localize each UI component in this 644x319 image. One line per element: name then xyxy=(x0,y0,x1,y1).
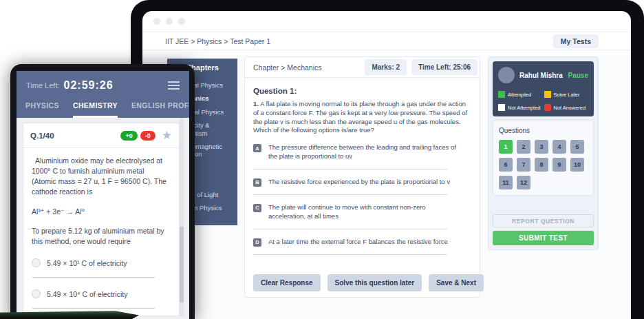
status-panel: Rahul Mishra Pause Attempted Solve Later… xyxy=(488,56,599,250)
question-actions: Clear Response Solve this question later… xyxy=(253,267,471,291)
question-number-6[interactable]: 6 xyxy=(499,158,513,172)
not-attempted-swatch-icon xyxy=(498,104,505,111)
time-left-value: 02:59:26 xyxy=(64,79,114,92)
marks-badge: Marks: 2 xyxy=(365,59,407,75)
phone-option-1[interactable]: 5.49 × 10¹ C of electricity xyxy=(32,258,171,267)
questions-panel: Questions 1 2 3 4 5 6 7 8 9 10 11 12 xyxy=(493,121,594,196)
tab-chemistry[interactable]: CHEMISTRY xyxy=(73,101,118,118)
question-number-prefix: 1. xyxy=(253,100,259,107)
cathode-reaction-formula: Al³⁺ + 3e⁻ → Al⁰ xyxy=(32,207,171,216)
radio-button-icon[interactable] xyxy=(32,258,41,267)
option-a-letter-badge: A xyxy=(253,144,261,152)
option-b-letter-badge: B xyxy=(253,178,261,187)
phone-question-card: Q.1/40 +0 -0 ★ Aluminium oxide may be el… xyxy=(23,123,180,316)
breadcrumb: IIT JEE > Physics > Test Paper 1 xyxy=(165,37,270,45)
submit-test-button[interactable]: SUBMIT TEST xyxy=(493,231,594,245)
clear-response-button[interactable]: Clear Response xyxy=(253,274,321,291)
question-number-12[interactable]: 12 xyxy=(517,176,530,189)
breadcrumb-bar: IIT JEE > Physics > Test Paper 1 My Test… xyxy=(142,32,631,50)
legend-not-answered: Not Answered xyxy=(544,104,589,111)
pause-button[interactable]: Pause xyxy=(568,72,588,79)
phone-header: Time Left: 02:59:26 PHYSICS CHEMISTRY EN… xyxy=(17,71,189,118)
phone-timer-row: Time Left: 02:59:26 xyxy=(17,79,189,92)
radio-button-icon[interactable] xyxy=(32,289,41,298)
scrollbar-track[interactable] xyxy=(180,118,184,316)
window-titlebar xyxy=(142,11,631,32)
question-number-2[interactable]: 2 xyxy=(517,140,530,154)
question-text: 1. A flat plate is moving normal to its … xyxy=(253,100,471,135)
tab-english-proficiency[interactable]: ENGLISH PROFICIENCY xyxy=(131,101,189,118)
phone-option-1-label: 5.49 × 10¹ C of electricity xyxy=(47,259,127,267)
screenshot-stage: IIT JEE > Physics > Test Paper 1 My Test… xyxy=(0,0,644,319)
legend-attempted: Attempted xyxy=(498,91,543,98)
question-number-5[interactable]: 5 xyxy=(570,140,584,154)
subject-tabs: PHYSICS CHEMISTRY ENGLISH PROFICIENCY xyxy=(17,92,189,118)
question-card-header: Chapter > Mechanics Marks: 2 Time Left: … xyxy=(245,57,480,78)
question-number-11[interactable]: 11 xyxy=(499,176,513,189)
option-a-text: The pressure difference between the lead… xyxy=(268,143,460,161)
question-number-4[interactable]: 4 xyxy=(552,140,566,154)
desktop-content: Chapters General Physics Mechanics Therm… xyxy=(142,50,631,319)
phone-option-2-label: 5.49 × 10⁴ C of electricity xyxy=(47,290,127,298)
my-tests-button[interactable]: My Tests xyxy=(553,34,599,48)
legend-not-attempted: Not Attempted xyxy=(498,104,543,111)
time-left-label: Time Left: xyxy=(26,81,60,90)
divider xyxy=(253,229,447,229)
time-left-badge: Time Left: 25:06 xyxy=(411,59,477,75)
desktop-window: IIT JEE > Physics > Test Paper 1 My Test… xyxy=(142,11,631,319)
phone-question-text: Aluminium oxide may be electrolysed at 1… xyxy=(32,156,171,197)
window-dot-icon xyxy=(166,18,173,25)
phone-option-2[interactable]: 5.49 × 10⁴ C of electricity xyxy=(32,289,171,298)
solve-later-button[interactable]: Solve this question later xyxy=(328,274,422,291)
save-next-button[interactable]: Save & Next xyxy=(429,274,484,291)
question-number-grid: 1 2 3 4 5 6 7 8 9 10 11 12 xyxy=(499,140,588,189)
divider xyxy=(32,308,155,309)
divider xyxy=(253,194,447,195)
user-card-top: Rahul Mishra Pause xyxy=(498,67,588,83)
option-c-text: The plate will continue to move with con… xyxy=(268,203,460,221)
avatar xyxy=(498,67,515,83)
option-b-text: The resistive force experienced by the p… xyxy=(268,178,450,187)
option-d[interactable]: D At a later time the external force F b… xyxy=(253,238,471,247)
question-card: Chapter > Mechanics Marks: 2 Time Left: … xyxy=(244,56,480,298)
questions-title: Questions xyxy=(499,127,588,134)
not-answered-swatch-icon xyxy=(544,104,551,111)
report-question-button[interactable]: REPORT QUESTION xyxy=(493,214,594,227)
positive-marks-pill: +0 xyxy=(120,131,137,141)
phone-mockup: Time Left: 02:59:26 PHYSICS CHEMISTRY EN… xyxy=(10,64,195,319)
divider xyxy=(253,169,447,169)
phone-question-body: Aluminium oxide may be electrolysed at 1… xyxy=(23,148,179,316)
question-number-8[interactable]: 8 xyxy=(535,158,548,172)
window-dot-icon xyxy=(178,18,185,25)
question-number-7[interactable]: 7 xyxy=(517,158,530,172)
option-d-text: At a later time the external force F bal… xyxy=(268,238,448,247)
question-title: Question 1: xyxy=(253,87,471,95)
hamburger-menu-icon[interactable] xyxy=(168,81,180,90)
option-d-letter-badge: D xyxy=(253,238,261,247)
legend-solve-later: Solve Later xyxy=(544,91,589,98)
user-name: Rahul Mishra xyxy=(519,72,563,79)
option-c-letter-badge: C xyxy=(253,204,261,212)
divider xyxy=(253,254,447,255)
scrollbar-thumb[interactable] xyxy=(180,227,184,302)
option-c[interactable]: C The plate will continue to move with c… xyxy=(253,203,471,221)
question-number-1[interactable]: 1 xyxy=(499,140,513,154)
question-number-10[interactable]: 10 xyxy=(570,158,584,172)
option-a[interactable]: A The pressure difference between the le… xyxy=(253,143,471,161)
phone-body: Q.1/40 +0 -0 ★ Aluminium oxide may be el… xyxy=(17,118,189,316)
tab-physics[interactable]: PHYSICS xyxy=(25,101,59,118)
window-dot-icon xyxy=(153,18,160,25)
bookmark-star-icon[interactable]: ★ xyxy=(162,130,172,141)
phone-question-meta-row: Q.1/40 +0 -0 ★ xyxy=(23,123,179,148)
user-card: Rahul Mishra Pause Attempted Solve Later… xyxy=(493,61,594,116)
status-legend: Attempted Solve Later Not Attempted Not … xyxy=(498,91,588,111)
question-number-3[interactable]: 3 xyxy=(535,140,548,154)
question-number-9[interactable]: 9 xyxy=(552,158,566,172)
divider xyxy=(32,277,155,278)
phone-screen: Time Left: 02:59:26 PHYSICS CHEMISTRY EN… xyxy=(17,71,189,319)
chapter-path: Chapter > Mechanics xyxy=(253,63,322,72)
negative-marks-pill: -0 xyxy=(140,131,155,141)
question-card-body: Question 1: 1. A flat plate is moving no… xyxy=(245,78,480,297)
option-b[interactable]: B The resistive force experienced by the… xyxy=(253,178,471,187)
solve-later-swatch-icon xyxy=(544,91,551,98)
